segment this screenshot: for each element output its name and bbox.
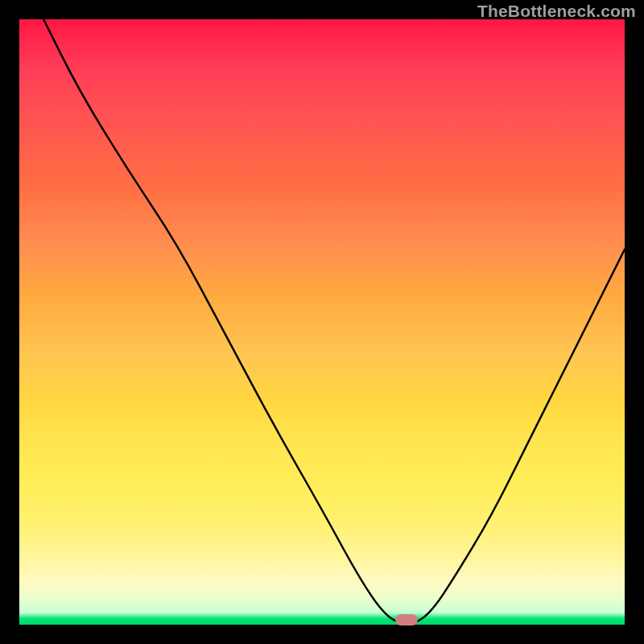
chart-frame: TheBottleneck.com bbox=[0, 0, 644, 644]
plot-area bbox=[19, 19, 625, 625]
watermark-label: TheBottleneck.com bbox=[477, 2, 636, 21]
optimal-marker bbox=[395, 614, 418, 625]
bottleneck-curve bbox=[19, 19, 625, 625]
